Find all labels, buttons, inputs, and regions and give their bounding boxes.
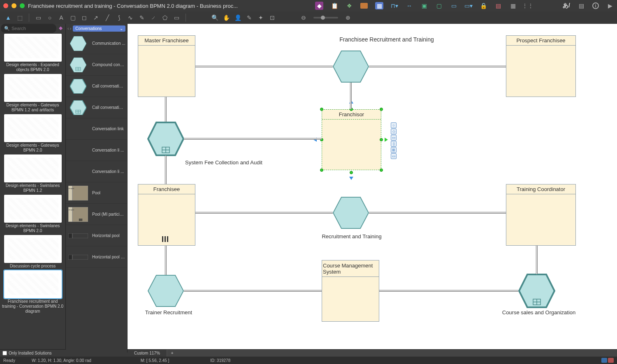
conversation-link[interactable] [379, 290, 518, 292]
pointer-icon[interactable]: ▲ [4, 14, 12, 22]
hand-icon[interactable]: ✋ [222, 14, 230, 22]
crop-icon[interactable]: ⊡ [268, 14, 276, 22]
shape-item[interactable]: Horizontal pool ( ... [66, 247, 127, 268]
participant-training-coordinator[interactable]: Training Coordinator [506, 184, 576, 246]
shapes-category-dropdown[interactable]: Conversations ⌄ [73, 25, 125, 32]
shape-item[interactable]: Call conversation ... [66, 76, 127, 97]
shape-item[interactable]: Conversation li ... [66, 161, 127, 182]
selection-handle[interactable] [350, 171, 353, 174]
action-button[interactable]: ◇ [391, 129, 397, 134]
callout-icon[interactable]: ◻ [80, 14, 88, 22]
connector-icon[interactable]: ↗ [92, 14, 100, 22]
present-icon[interactable]: ▶ [606, 2, 614, 9]
minimize-icon[interactable] [12, 3, 16, 8]
nav-back-icon[interactable]: ‹ [67, 26, 69, 31]
folder-icon[interactable] [360, 2, 368, 9]
selection-handle[interactable] [380, 108, 383, 111]
bezier-icon[interactable]: ⟋ [149, 14, 158, 22]
language-icon[interactable]: あ/ [563, 2, 570, 9]
shape-item[interactable]: Participant Pool [66, 182, 127, 204]
conversation-link[interactable] [184, 138, 322, 140]
close-icon[interactable] [3, 3, 8, 8]
only-installed-checkbox[interactable] [2, 351, 7, 355]
hypernote-icon[interactable]: ⋮⋮ [524, 2, 531, 9]
line-icon[interactable]: ╱ [103, 14, 111, 22]
polygon-icon[interactable]: ⬠ [161, 14, 169, 22]
shape-item[interactable]: Communication ... [66, 33, 127, 54]
conversation-hexagon[interactable] [332, 50, 369, 83]
conversation-link[interactable] [536, 246, 538, 274]
connect-arrow-right-icon[interactable] [385, 138, 388, 142]
conversation-link[interactable] [165, 156, 167, 184]
shape-item[interactable]: Participant Pool (MI participant) [66, 204, 127, 225]
shape-item[interactable]: Conversation li ... [66, 140, 127, 161]
selection-handle[interactable] [380, 168, 383, 172]
template-item[interactable]: Design elements - Gateways BPMN 1.2 and … [2, 74, 64, 113]
align-icon[interactable]: ⊓▾ [391, 2, 398, 9]
zoom-in-icon[interactable]: ⊕ [344, 14, 352, 22]
pencil-icon[interactable]: ✎ [138, 14, 146, 22]
stamp-icon[interactable]: 👤 [234, 14, 242, 22]
participant-master-franchisee[interactable]: Master Franchisee [138, 35, 195, 97]
conversation-link[interactable] [165, 97, 167, 122]
shape-item[interactable]: Call conversation ... [66, 97, 127, 118]
clipboard-icon[interactable]: 📋 [331, 2, 338, 9]
conversation-link[interactable] [369, 66, 506, 67]
filter-icon[interactable]: ◆ [59, 25, 65, 32]
search-icon[interactable]: 🔍 [211, 14, 219, 22]
zoom-out-icon[interactable]: ⊖ [299, 14, 308, 22]
info-icon[interactable]: i [592, 2, 599, 9]
rect-icon[interactable]: ▭ [34, 14, 42, 22]
participant-franchisee[interactable]: Franchisee [138, 184, 195, 246]
solutions-icon[interactable]: ◆ [315, 2, 323, 10]
template-item[interactable]: Design elements - Swimlanes BPMN 1.2 [2, 154, 64, 193]
spline-icon[interactable]: ∿ [126, 14, 135, 22]
status-indicator-icon[interactable] [601, 358, 607, 363]
selection-handle[interactable] [380, 138, 383, 141]
call-conversation-hexagon[interactable] [518, 274, 555, 308]
status-indicator-icon[interactable] [608, 358, 614, 363]
add-page-button[interactable]: + [167, 351, 178, 355]
template-item[interactable]: Design elements - Gateways BPMN 2.0 [2, 114, 64, 153]
connect-arrow-down-icon[interactable] [349, 177, 353, 180]
grid-icon[interactable]: ▦ [375, 2, 383, 9]
conversation-link[interactable] [184, 290, 322, 292]
template-item[interactable]: Design elements - Expanded objects BPMN … [2, 34, 64, 72]
participant-course-mgmt[interactable]: Course Management System [322, 260, 379, 322]
conversation-hexagon[interactable] [147, 274, 184, 307]
participant-franchisor[interactable]: Franchisor [322, 109, 381, 170]
action-button[interactable]: ▭ [391, 135, 397, 141]
freehand-icon[interactable]: ▭ [172, 14, 181, 22]
search-input[interactable] [12, 26, 49, 31]
action-button[interactable]: ○ [391, 122, 397, 128]
conversation-link[interactable] [369, 212, 506, 214]
template-item[interactable]: Discussion cycle process [2, 235, 64, 269]
canvas[interactable]: Franchisee Recruitment and Training Mast… [128, 24, 617, 352]
text-icon[interactable]: A [57, 14, 65, 22]
shapes-list[interactable]: Communication ... Compound conve ... Cal… [66, 33, 127, 352]
conversation-link[interactable] [350, 83, 352, 109]
arc-icon[interactable]: ⟆ [115, 14, 123, 22]
conversation-link[interactable] [165, 246, 167, 275]
lock-icon[interactable]: 🔒 [480, 2, 487, 9]
selection-handle[interactable] [320, 108, 323, 111]
template-item[interactable]: Design elements - Swimlanes BPMN 2.0 [2, 195, 64, 233]
shape-item[interactable]: Conversation link [66, 118, 127, 140]
document-icon[interactable]: ▤ [578, 2, 585, 9]
note-icon[interactable]: ▢ [69, 14, 77, 22]
action-button[interactable]: ▯ [391, 141, 397, 147]
template-item[interactable]: Franchisee recruitment and training - Co… [2, 270, 64, 314]
page-tab[interactable]: Custom 117% [128, 350, 167, 357]
selection-handle[interactable] [320, 168, 323, 172]
ellipse-icon[interactable]: ○ [46, 14, 54, 22]
table-icon[interactable]: ▦ [509, 2, 517, 9]
action-button[interactable]: ▭ [391, 153, 397, 159]
eyedropper-icon[interactable]: ✎ [245, 14, 253, 22]
template-list[interactable]: Design elements - Expanded objects BPMN … [0, 33, 65, 352]
front-icon[interactable]: ▭ [450, 2, 457, 9]
action-button[interactable]: ⊞ [391, 147, 397, 153]
conversation-link[interactable] [195, 66, 333, 67]
shape-item[interactable]: Horizontal pool [66, 225, 127, 247]
group-icon[interactable]: ▣ [420, 2, 428, 9]
distribute-h-icon[interactable]: ↔ [406, 2, 413, 9]
